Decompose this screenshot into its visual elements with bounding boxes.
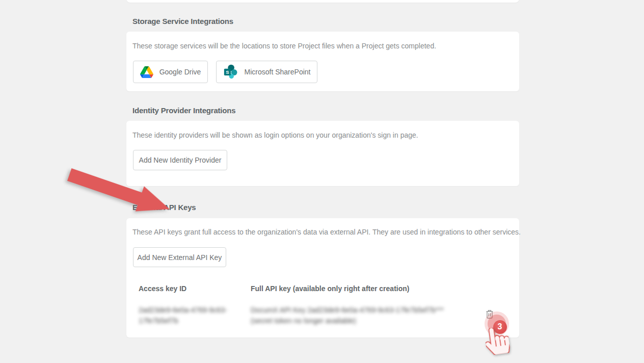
- organization-settings-page: Storage Service Integrations These stora…: [0, 0, 644, 363]
- sharepoint-icon: S: [223, 64, 238, 80]
- svg-text:S: S: [226, 70, 229, 75]
- full-key-line-1: DocumX API Key 2ad23de9-6e0a-4769-9c63-1…: [251, 305, 465, 316]
- add-identity-provider-button-label: Add New Identity Provider: [139, 156, 222, 164]
- full-key-line-2: (secret token no longer available): [251, 316, 465, 326]
- column-header-access-key-id: Access key ID: [139, 284, 186, 293]
- storage-section-title: Storage Service Integrations: [132, 17, 233, 25]
- previous-card-bottom-edge: [126, 0, 519, 3]
- identity-section-title: Identity Provider Integrations: [132, 106, 235, 115]
- sharepoint-button[interactable]: S Microsoft SharePoint: [216, 61, 317, 83]
- column-header-full-api-key: Full API key (available only right after…: [251, 284, 409, 293]
- add-external-api-key-button-label: Add New External API Key: [138, 253, 222, 262]
- add-external-api-key-button[interactable]: Add New External API Key: [133, 247, 226, 267]
- identity-section-description: These identity providers will be shown a…: [132, 131, 418, 139]
- api-key-row-full-key-redacted: DocumX API Key 2ad23de9-6e0a-4769-9c63-1…: [251, 305, 465, 326]
- api-keys-section-description: These API keys grant full access to the …: [132, 228, 521, 236]
- sharepoint-button-label: Microsoft SharePoint: [245, 68, 311, 76]
- storage-section-description: These storage services will be the locat…: [132, 42, 436, 50]
- hand-pointer-icon: [484, 326, 511, 358]
- add-identity-provider-button[interactable]: Add New Identity Provider: [133, 150, 227, 170]
- google-drive-button[interactable]: Google Drive: [133, 61, 208, 83]
- api-key-row-access-key-redacted: 2ad23de9-6e0a-4769-9c63-17fe7b5ef7b: [139, 305, 238, 326]
- google-drive-icon: [140, 66, 153, 78]
- google-drive-button-label: Google Drive: [159, 68, 201, 76]
